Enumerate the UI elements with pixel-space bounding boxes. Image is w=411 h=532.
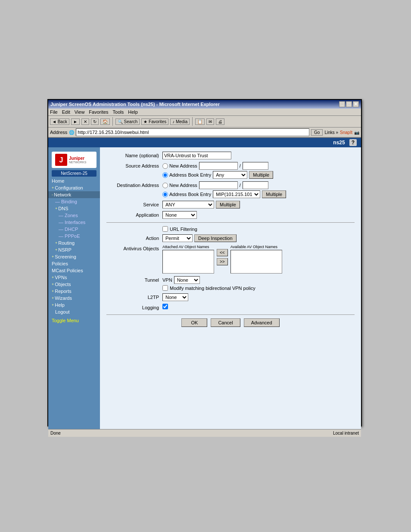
- sidebar-item-configuration[interactable]: + Configuration: [48, 184, 100, 191]
- forward-btn[interactable]: ►: [71, 118, 80, 125]
- back-btn[interactable]: ◄ Back: [50, 118, 69, 125]
- address-label: Address: [50, 130, 67, 135]
- screening-label: Screening: [55, 254, 76, 259]
- action-row-inner: Permit Deny Deep Inspection: [162, 234, 355, 242]
- home-btn[interactable]: 🏠: [100, 118, 110, 125]
- sidebar-item-reports[interactable]: + Reports: [48, 288, 100, 295]
- sidebar-item-nsrp[interactable]: + NSRP: [48, 246, 100, 253]
- vpn-select[interactable]: None: [174, 276, 200, 284]
- action-select[interactable]: Permit Deny: [162, 234, 193, 242]
- sidebar-item-routing[interactable]: + Routing: [48, 240, 100, 246]
- dest-controls: New Address / Address Book Entry: [162, 181, 355, 198]
- refresh-btn[interactable]: ↻: [91, 118, 99, 125]
- sidebar-item-dhcp[interactable]: — DHCP: [48, 226, 100, 233]
- maximize-btn[interactable]: □: [346, 101, 352, 107]
- modify-vpn-checkbox[interactable]: [162, 285, 168, 291]
- dest-new-radio[interactable]: [162, 183, 168, 188]
- wizards-expand-icon: +: [52, 296, 54, 300]
- close-btn[interactable]: ✕: [353, 101, 359, 107]
- sidebar-item-interfaces[interactable]: — Interfaces: [48, 219, 100, 226]
- history-btn[interactable]: 📋: [195, 118, 205, 125]
- modify-vpn-row: Modify matching bidirectional VPN policy: [162, 285, 355, 291]
- mail-btn[interactable]: ✉: [206, 118, 214, 125]
- print-btn[interactable]: 🖨: [216, 118, 224, 125]
- ok-button[interactable]: OK: [181, 318, 207, 327]
- cancel-button[interactable]: Cancel: [211, 318, 240, 327]
- av-attached-listbox[interactable]: [162, 250, 214, 274]
- dest-book-select[interactable]: MIP(101.215.101): [213, 190, 260, 198]
- help-label: Help: [55, 302, 65, 308]
- source-new-input[interactable]: [199, 162, 238, 170]
- menu-help[interactable]: Help: [128, 109, 138, 115]
- action-label: Action: [106, 234, 162, 241]
- search-btn[interactable]: 🔍 Search: [115, 118, 140, 125]
- dest-book-radio[interactable]: [162, 192, 168, 197]
- dest-new-input[interactable]: [199, 181, 238, 189]
- sidebar-item-pppoe[interactable]: — PPPoE: [48, 233, 100, 240]
- menu-view[interactable]: View: [75, 109, 85, 115]
- links-btn[interactable]: Links »: [324, 130, 338, 135]
- sidebar-item-mcast[interactable]: MCast Policies: [48, 267, 100, 274]
- network-label: Network: [54, 192, 71, 197]
- sidebar-item-policies[interactable]: Policies: [48, 260, 100, 267]
- help-expand-icon: +: [52, 303, 54, 307]
- menu-file[interactable]: File: [50, 109, 58, 115]
- source-new-radio[interactable]: [162, 163, 168, 169]
- sidebar-item-dns[interactable]: + DNS: [48, 205, 100, 212]
- dest-new-input2[interactable]: [243, 181, 268, 189]
- url-controls: URL Filtering: [162, 226, 355, 232]
- logo-text: Juniper: [69, 156, 86, 161]
- service-multiple-btn[interactable]: Multiple: [216, 201, 240, 208]
- application-select[interactable]: None: [162, 211, 197, 219]
- media-btn[interactable]: ♪ Media: [170, 118, 190, 125]
- main-area: Name (optional) Source Address New Addre…: [100, 147, 361, 429]
- sidebar-item-vpns[interactable]: + VPNs: [48, 274, 100, 281]
- deep-inspection-btn[interactable]: Deep Inspection: [194, 234, 237, 242]
- service-row-inner: ANY Multiple: [162, 201, 355, 208]
- av-left-btn[interactable]: <<: [217, 249, 228, 256]
- source-multiple-btn[interactable]: Multiple: [249, 171, 273, 179]
- snapit-icon: 📷: [354, 130, 359, 135]
- sidebar-item-network[interactable]: - Network: [48, 191, 100, 198]
- dest-multiple-btn[interactable]: Multiple: [262, 190, 286, 198]
- sidebar-item-help[interactable]: + Help: [48, 302, 100, 308]
- minimize-btn[interactable]: _: [339, 101, 345, 107]
- av-available-listbox[interactable]: [230, 250, 282, 274]
- snapit-btn[interactable]: SnapIt: [340, 130, 352, 135]
- sidebar-item-objects[interactable]: + Objects: [48, 281, 100, 288]
- source-new-input2[interactable]: [243, 162, 268, 170]
- name-label: Name (optional): [106, 152, 162, 158]
- url-filter-checkbox[interactable]: [162, 226, 168, 232]
- logging-row: Logging: [106, 304, 355, 310]
- favorites-btn[interactable]: ★ Favorites: [141, 118, 168, 125]
- sep1: [112, 117, 113, 126]
- av-available-label: Available AV Object Names: [230, 245, 282, 249]
- source-book-select[interactable]: Any: [213, 171, 247, 179]
- l2tp-select[interactable]: None: [162, 293, 188, 301]
- stop-btn[interactable]: ✕: [81, 118, 89, 125]
- service-label: Service: [106, 201, 162, 207]
- av-right-btn[interactable]: >>: [217, 258, 228, 265]
- source-book-radio[interactable]: [162, 172, 168, 178]
- logging-checkbox[interactable]: [162, 304, 168, 309]
- service-select[interactable]: ANY: [162, 201, 214, 208]
- help-icon[interactable]: ?: [349, 139, 357, 146]
- pppoe-label: — PPPoE: [59, 233, 80, 239]
- name-input[interactable]: [162, 152, 231, 159]
- sidebar-item-home[interactable]: Home: [48, 177, 100, 184]
- go-button[interactable]: Go: [311, 129, 323, 136]
- sidebar-item-logout[interactable]: Logout: [48, 308, 100, 315]
- sidebar-item-zones[interactable]: — Zones: [48, 212, 100, 219]
- address-input[interactable]: [76, 128, 309, 136]
- sidebar-item-wizards[interactable]: + Wizards: [48, 295, 100, 302]
- toggle-menu[interactable]: Toggle Menu: [48, 315, 100, 326]
- menu-favorites[interactable]: Favorites: [89, 109, 108, 115]
- dest-book-row: Address Book Entry MIP(101.215.101) Mult…: [162, 190, 355, 198]
- menu-edit[interactable]: Edit: [62, 109, 70, 115]
- advanced-button[interactable]: Advanced: [244, 318, 280, 327]
- dest-book-radio-label: Address Book Entry: [162, 192, 211, 197]
- sidebar-item-binding[interactable]: — Binding: [48, 198, 100, 205]
- menu-tools[interactable]: Tools: [113, 109, 124, 115]
- sidebar-item-screening[interactable]: + Screening: [48, 253, 100, 260]
- dest-slash: /: [240, 183, 241, 188]
